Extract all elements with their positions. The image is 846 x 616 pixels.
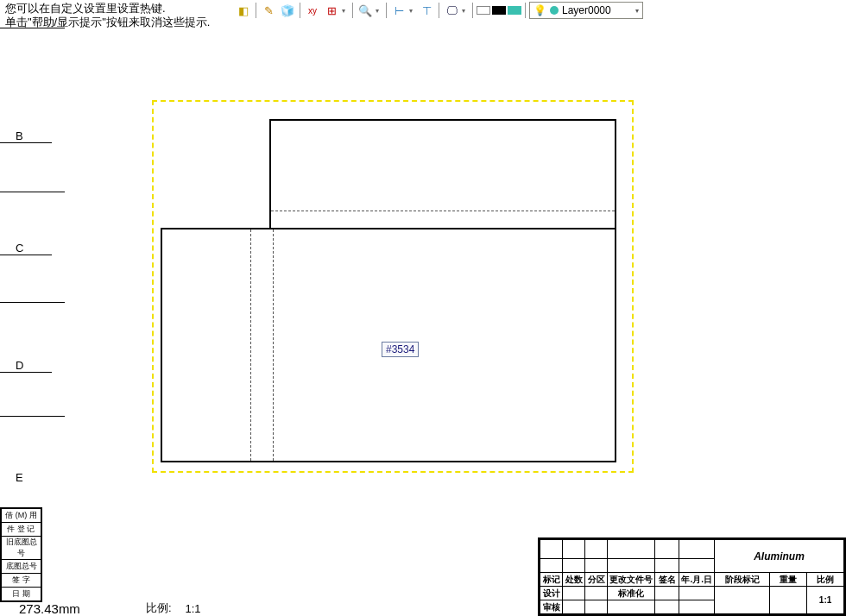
- status-bar: 273.43mm 比例: 1:1: [0, 600, 846, 616]
- tb-hdr: 更改文件号: [608, 573, 655, 587]
- tb-hdr: 年.月.日: [679, 573, 715, 587]
- zoom-icon[interactable]: 🔍: [357, 2, 374, 19]
- left-title-block: 借 (M) 用 件 登 记 旧底图总号 底图总号 签 字 日 期: [0, 507, 42, 602]
- tb-cell: [563, 559, 585, 573]
- lblock-cell: 件 登 记: [2, 523, 41, 537]
- bulb-icon: 💡: [533, 4, 546, 16]
- display-dropdown-icon[interactable]: ▾: [462, 7, 469, 15]
- hidden-line: [250, 229, 251, 461]
- hidden-line: [271, 211, 615, 211]
- hint-line-1: 您可以在自定义设置里设置热键.: [5, 2, 210, 16]
- vsnap-icon[interactable]: ⊤: [418, 2, 435, 19]
- grid-icon[interactable]: ⊞: [323, 2, 340, 19]
- hsnap-dropdown-icon[interactable]: ▾: [409, 7, 416, 15]
- separator: [472, 3, 473, 18]
- lblock-cell: 日 期: [2, 588, 41, 601]
- white-swatch-icon[interactable]: [477, 6, 490, 15]
- separator: [386, 3, 387, 18]
- display-icon[interactable]: 🖵: [443, 2, 460, 19]
- tb-cell: [608, 540, 655, 559]
- tb-hdr: 处数: [563, 573, 585, 587]
- part-edge: [161, 228, 271, 229]
- tb-cell: [540, 559, 563, 573]
- tb-cell: [655, 587, 679, 600]
- lblock-cell: 底图总号: [2, 560, 41, 574]
- lblock-cell: 借 (M) 用: [2, 509, 41, 523]
- frame-tick: [0, 416, 65, 417]
- tb-cell: [540, 540, 563, 559]
- zoom-dropdown-icon[interactable]: ▾: [376, 7, 382, 15]
- tb-rhdr: 重量: [770, 573, 807, 587]
- layer-color-dot-icon: [550, 6, 559, 15]
- box-icon[interactable]: 🧊: [279, 2, 296, 19]
- frame-letter-c: C: [0, 242, 52, 255]
- tb-cell: [679, 559, 715, 573]
- tb-cell: [655, 540, 679, 559]
- axis-icon[interactable]: xy: [304, 2, 321, 19]
- separator: [352, 3, 353, 18]
- tb-cell: [585, 587, 608, 600]
- pencil-icon[interactable]: ✎: [260, 2, 277, 19]
- tb-hdr: 签名: [655, 573, 679, 587]
- tb-rhdr: 阶段标记: [715, 573, 770, 587]
- tb-cell: [563, 587, 585, 600]
- tb-cell: [585, 559, 608, 573]
- status-scale: 1:1: [179, 602, 208, 615]
- material-cell: Aluminum: [715, 540, 844, 573]
- eraser-icon[interactable]: ◧: [235, 2, 252, 19]
- layer-selector[interactable]: 💡 Layer0000 ▾: [529, 2, 643, 19]
- tb-cell: [563, 540, 585, 559]
- frame-tick: [0, 192, 65, 192]
- separator: [439, 3, 439, 18]
- frame-letter-b: B: [0, 129, 52, 143]
- hsnap-icon[interactable]: ⊢: [390, 2, 407, 19]
- status-scale-label: 比例:: [139, 600, 179, 616]
- tb-cell: [585, 540, 608, 559]
- layer-color-icon[interactable]: [508, 6, 521, 15]
- tb-cell: 标准化: [608, 587, 655, 600]
- frame-letter-e: E: [0, 471, 52, 484]
- lblock-cell: 签 字: [2, 574, 41, 588]
- lblock-cell: 旧底图总号: [2, 537, 41, 560]
- part-edge: [269, 119, 616, 229]
- hidden-line: [273, 229, 274, 461]
- layer-name: Layer0000: [562, 4, 611, 16]
- frame-letter-d: D: [0, 359, 52, 373]
- separator: [525, 3, 526, 18]
- frame-tick: [0, 302, 65, 303]
- tb-cell: 设计: [540, 587, 563, 600]
- status-coordinate: 273.43mm: [0, 601, 87, 616]
- separator: [256, 3, 256, 18]
- part-label[interactable]: #3534: [382, 342, 419, 357]
- tb-hdr: 分区: [585, 573, 608, 587]
- tb-cell: [655, 559, 679, 573]
- chevron-down-icon: ▾: [635, 7, 639, 15]
- tb-rhdr: 比例: [807, 573, 844, 587]
- hint-line-2: 单击"帮助/显示提示"按钮来取消这些提示.: [5, 16, 210, 29]
- tb-hdr: 标记: [540, 573, 563, 587]
- tb-cell: [679, 587, 715, 600]
- hint-text: 您可以在自定义设置里设置热键. 单击"帮助/显示提示"按钮来取消这些提示.: [5, 2, 210, 29]
- grid-dropdown-icon[interactable]: ▾: [342, 7, 349, 15]
- separator: [300, 3, 300, 18]
- tb-cell: [679, 540, 715, 559]
- black-swatch-icon[interactable]: [492, 6, 506, 15]
- tb-cell: [608, 559, 655, 573]
